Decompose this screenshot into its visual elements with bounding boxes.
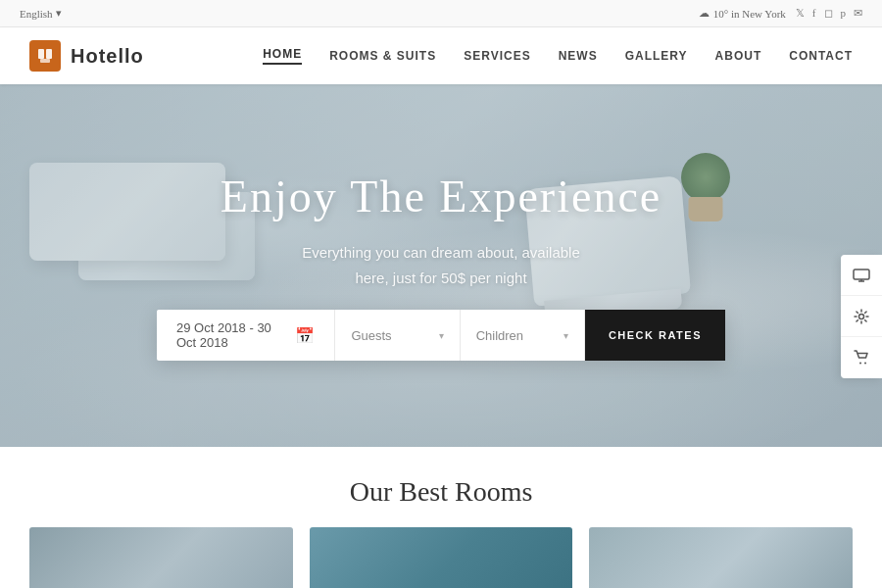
svg-point-7 <box>859 363 861 365</box>
social-icons: 𝕏 f ◻ p ✉ <box>796 7 862 20</box>
logo-text: Hotello <box>71 45 144 68</box>
nav-links: HOME ROOMS & SUITS SERVICES NEWS GALLERY… <box>263 47 853 65</box>
nav-gallery[interactable]: GALLERY <box>625 49 688 63</box>
hero-title: Enjoy The Experience <box>220 171 662 222</box>
room-cards-container <box>0 527 882 588</box>
guests-label: Guests <box>351 328 391 343</box>
chevron-down-icon: ▾ <box>56 7 62 20</box>
top-bar-right: ☁ 10° in New York 𝕏 f ◻ p ✉ <box>699 7 862 20</box>
top-bar: English ▾ ☁ 10° in New York 𝕏 f ◻ p ✉ <box>0 0 882 27</box>
chevron-down-guests-icon: ▾ <box>439 330 444 341</box>
room-card-1[interactable] <box>29 527 293 588</box>
svg-point-8 <box>864 363 866 365</box>
language-label: English <box>20 8 53 20</box>
cart-button[interactable] <box>841 337 882 378</box>
instagram-icon[interactable]: ◻ <box>824 7 833 20</box>
guests-selector[interactable]: Guests ▾ <box>335 310 460 361</box>
best-rooms-title: Our Best Rooms <box>0 476 882 508</box>
hero-subtitle-line2: here, just for 50$ per night <box>355 270 526 286</box>
date-range-text: 29 Oct 2018 - 30 Oct 2018 <box>176 320 285 350</box>
svg-rect-2 <box>40 59 50 63</box>
language-selector[interactable]: English ▾ <box>20 7 62 20</box>
twitter-icon[interactable]: 𝕏 <box>796 7 805 20</box>
svg-rect-3 <box>854 270 869 279</box>
top-bar-left: English ▾ <box>20 7 62 20</box>
svg-point-6 <box>859 314 864 318</box>
email-icon[interactable]: ✉ <box>854 7 862 20</box>
date-range-picker[interactable]: 29 Oct 2018 - 30 Oct 2018 📅 <box>157 310 335 361</box>
nav-services[interactable]: SERVICES <box>464 49 530 63</box>
floating-sidebar <box>841 255 882 378</box>
best-rooms-section: Our Best Rooms <box>0 447 882 588</box>
room-card-2[interactable] <box>310 527 573 588</box>
nav-rooms[interactable]: ROOMS & SUITS <box>329 49 436 63</box>
weather-info: ☁ 10° in New York <box>699 7 786 20</box>
logo-icon <box>29 40 61 72</box>
hero-content: Enjoy The Experience Everything you can … <box>220 171 662 290</box>
svg-rect-1 <box>46 49 52 59</box>
booking-bar: 29 Oct 2018 - 30 Oct 2018 📅 Guests ▾ Chi… <box>157 310 725 361</box>
svg-rect-0 <box>38 49 44 59</box>
weather-text: 10° in New York <box>713 8 786 20</box>
room-card-3[interactable] <box>589 527 853 588</box>
navbar: Hotello HOME ROOMS & SUITS SERVICES NEWS… <box>0 27 882 84</box>
hero-subtitle-line1: Everything you can dream about, availabl… <box>302 244 580 261</box>
pinterest-icon[interactable]: p <box>841 7 847 20</box>
nav-home[interactable]: HOME <box>263 47 302 65</box>
hero-subtitle: Everything you can dream about, availabl… <box>220 240 662 290</box>
hero-section: Enjoy The Experience Everything you can … <box>0 84 882 447</box>
check-rates-button[interactable]: CHECK RATES <box>585 310 725 361</box>
settings-button[interactable] <box>841 296 882 337</box>
nav-about[interactable]: ABOUT <box>715 49 762 63</box>
logo[interactable]: Hotello <box>29 40 144 72</box>
nav-contact[interactable]: CONTACT <box>789 49 853 63</box>
facebook-icon[interactable]: f <box>812 7 816 20</box>
children-selector[interactable]: Children ▾ <box>461 310 585 361</box>
cloud-icon: ☁ <box>699 7 710 20</box>
calendar-icon: 📅 <box>295 326 315 345</box>
chevron-down-children-icon: ▾ <box>564 330 568 341</box>
children-label: Children <box>476 328 523 343</box>
nav-news[interactable]: NEWS <box>559 49 598 63</box>
monitor-button[interactable] <box>841 255 882 296</box>
